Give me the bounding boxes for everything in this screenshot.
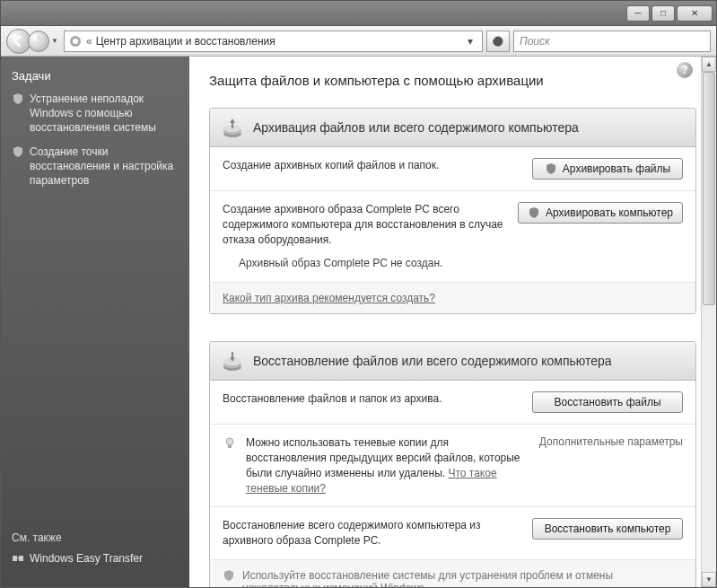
svg-rect-3 — [19, 556, 23, 561]
sidebar-link-label: Устранение неполадок Windows с помощью в… — [30, 92, 179, 136]
sidebar-see-also-heading: См. также — [12, 531, 179, 544]
sidebar-link-label: Windows Easy Transfer — [30, 551, 179, 566]
page-title: Защита файлов и компьютера с помощью арх… — [209, 73, 696, 88]
backup-panel-title: Архивация файлов или всего содержимого к… — [253, 120, 579, 135]
forward-button[interactable] — [28, 31, 49, 52]
content-area: Задачи Устранение неполадок Windows с по… — [1, 57, 716, 587]
transfer-icon — [12, 552, 24, 565]
backup-files-button[interactable]: Архивировать файлы — [532, 158, 683, 180]
row-text: Создание архивного образа Complete PC вс… — [223, 202, 507, 271]
restore-files-row: Восстановление файлов и папок из архива.… — [210, 381, 695, 425]
sidebar-spacer — [12, 197, 179, 531]
arrow-right-icon — [32, 35, 45, 48]
restore-panel-body: Восстановление файлов и папок из архива.… — [210, 381, 695, 587]
sidebar-link-label: Создание точки восстановления и настройк… — [30, 145, 179, 189]
scrollbar-track[interactable] — [702, 72, 716, 572]
backup-computer-row: Создание архивного образа Complete PC вс… — [210, 191, 695, 283]
restore-computer-row: Восстановление всего содержимого компьют… — [210, 507, 695, 560]
shield-icon — [12, 145, 24, 158]
minimize-button[interactable]: ─ — [626, 5, 650, 22]
search-input[interactable]: Поиск — [513, 31, 711, 52]
shield-icon — [223, 569, 235, 582]
svg-rect-2 — [13, 556, 17, 561]
sidebar: Задачи Устранение неполадок Windows с по… — [1, 57, 189, 587]
button-label: Архивировать файлы — [563, 162, 670, 175]
maximize-button[interactable]: □ — [651, 5, 675, 22]
shield-icon — [12, 92, 24, 105]
row-text: Восстановление файлов и папок из архива. — [223, 391, 521, 407]
restore-icon — [221, 349, 244, 373]
help-button[interactable]: ? — [677, 62, 693, 78]
refresh-button[interactable] — [486, 31, 510, 52]
sidebar-link-restore-point[interactable]: Создание точки восстановления и настройк… — [12, 145, 179, 189]
footer-text: Используйте восстановление системы для у… — [242, 569, 683, 587]
main-panel: ? Защита файлов и компьютера с помощью а… — [189, 57, 716, 587]
refresh-icon — [493, 36, 503, 47]
main-inner: Защита файлов и компьютера с помощью арх… — [189, 57, 716, 587]
backup-type-link[interactable]: Какой тип архива рекомендуется создать? — [223, 292, 435, 304]
tip-row: Можно использовать теневые копии для вос… — [223, 435, 521, 496]
scroll-up-button[interactable]: ▲ — [702, 57, 716, 72]
address-dropdown[interactable]: ▾ — [462, 35, 478, 48]
toolbar: ▼ « Центр архивации и восстановления ▾ П… — [1, 26, 716, 57]
row-text: Восстановление всего содержимого компьют… — [223, 518, 521, 549]
search-placeholder: Поиск — [520, 35, 550, 48]
backup-files-row: Создание архивных копий файлов и папок. … — [210, 147, 695, 191]
titlebar: ─ □ ✕ — [1, 1, 716, 26]
restore-panel-header: Восстановление файлов или всего содержим… — [210, 342, 695, 381]
location-icon — [68, 34, 83, 48]
sidebar-tasks-heading: Задачи — [12, 69, 179, 83]
restore-panel-title: Восстановление файлов или всего содержим… — [253, 354, 612, 368]
advanced-options-link[interactable]: Дополнительные параметры — [532, 435, 683, 448]
svg-point-10 — [226, 438, 233, 445]
restore-computer-button[interactable]: Восстановить компьютер — [532, 518, 683, 540]
backup-computer-button[interactable]: Архивировать компьютер — [518, 202, 683, 224]
restore-panel: Восстановление файлов или всего содержим… — [209, 341, 696, 587]
restore-files-button[interactable]: Восстановить файлы — [532, 391, 683, 413]
svg-rect-11 — [228, 445, 232, 448]
row-text: Создание архивных копий файлов и папок. — [223, 158, 521, 173]
close-button[interactable]: ✕ — [677, 5, 713, 22]
scroll-down-button[interactable]: ▼ — [702, 572, 716, 587]
backup-panel-body: Создание архивных копий файлов и папок. … — [210, 147, 695, 313]
svg-point-1 — [73, 39, 78, 44]
restore-panel-footer: Используйте восстановление системы для у… — [210, 560, 695, 587]
row-subtext: Архивный образ Complete PC не создан. — [239, 256, 507, 271]
backup-panel-footer: Какой тип архива рекомендуется создать? — [210, 283, 695, 313]
address-bar[interactable]: « Центр архивации и восстановления ▾ — [64, 31, 483, 52]
nav-buttons: ▼ — [6, 29, 60, 54]
button-label: Восстановить компьютер — [545, 522, 671, 535]
breadcrumb-prefix: « — [86, 35, 92, 48]
button-label: Восстановить файлы — [554, 396, 660, 408]
sidebar-link-easy-transfer[interactable]: Windows Easy Transfer — [12, 551, 179, 566]
backup-panel-header: Архивация файлов или всего содержимого к… — [210, 109, 695, 147]
shadow-copy-row: Можно использовать теневые копии для вос… — [210, 425, 695, 507]
vertical-scrollbar[interactable]: ▲ ▼ — [701, 57, 716, 587]
scrollbar-thumb[interactable] — [703, 72, 715, 305]
button-label: Архивировать компьютер — [546, 206, 673, 219]
breadcrumb: Центр архивации и восстановления — [96, 35, 462, 48]
window: ─ □ ✕ ▼ « Центр архивации и восстановлен… — [0, 0, 717, 588]
sidebar-link-repair[interactable]: Устранение неполадок Windows с помощью в… — [12, 92, 179, 136]
nav-history-dropdown[interactable]: ▼ — [49, 37, 60, 45]
backup-panel: Архивация файлов или всего содержимого к… — [209, 108, 696, 314]
shield-icon — [528, 206, 540, 219]
backup-icon — [221, 116, 244, 139]
shield-icon — [545, 162, 557, 175]
arrow-left-icon — [13, 35, 25, 48]
lightbulb-icon — [223, 436, 237, 451]
